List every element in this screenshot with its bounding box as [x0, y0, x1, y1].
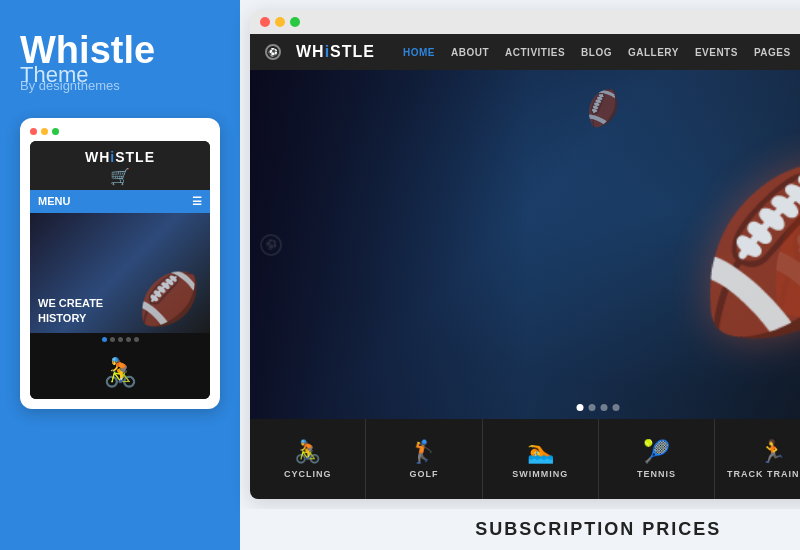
mobile-hero: WE CREATEHISTORY 🏈: [30, 213, 210, 333]
sport-tennis[interactable]: 🎾 TENNIS: [599, 419, 715, 499]
mobile-titlebar-dots: [30, 128, 210, 135]
browser-dot-yellow: [275, 17, 285, 27]
sport-track[interactable]: 🏃 TRACK TRAINING: [715, 419, 800, 499]
nav-links: HOME ABOUT ACTIVITIES BLOG GALLERY EVENT…: [395, 44, 800, 60]
golf-label: GOLF: [409, 469, 438, 479]
nav-activities[interactable]: ACTIVITIES: [497, 47, 573, 58]
mobile-dot-nav-2: [110, 337, 115, 342]
hero-dot-1: [577, 404, 584, 411]
mobile-dot-nav-1: [102, 337, 107, 342]
mobile-hero-text: WE CREATEHISTORY: [30, 288, 111, 333]
hero-player: 🏈: [697, 80, 800, 419]
sport-cycling[interactable]: 🚴 CYCLING: [250, 419, 366, 499]
browser-titlebar: [250, 10, 800, 34]
hero-dot-2: [589, 404, 596, 411]
app-byline: By designthemes: [20, 78, 220, 93]
site-hero: ⚽ 🏈 🏈 🏈: [250, 70, 800, 419]
track-icon: 🏃: [759, 439, 786, 465]
sport-swimming[interactable]: 🏊 SWIMMING: [483, 419, 599, 499]
sport-categories: 🚴 CYCLING 🏌 GOLF 🏊 SWIMMING 🎾 TENNIS 🏃 T…: [250, 419, 800, 499]
subscription-section: SUBSCRIPTION PRICES: [240, 509, 800, 550]
mobile-dots-nav: [30, 333, 210, 346]
subscription-title: SUBSCRIPTION PRICES: [255, 519, 800, 540]
nav-gallery[interactable]: GALLERY: [620, 47, 687, 58]
left-panel: Whistle Theme By designthemes WHiSTLE 🛒 …: [0, 0, 240, 550]
right-panel: ⚽ WHiSTLE HOME ABOUT ACTIVITIES BLOG GAL…: [240, 0, 800, 550]
mobile-cart-icon: 🛒: [34, 167, 206, 186]
mobile-hamburger-icon: ☰: [192, 195, 202, 208]
track-label: TRACK TRAINING: [727, 469, 800, 479]
hero-dots-nav: [577, 404, 620, 411]
mobile-dot-nav-5: [134, 337, 139, 342]
browser-dot-red: [260, 17, 270, 27]
mobile-dot-nav-3: [118, 337, 123, 342]
sport-golf[interactable]: 🏌 GOLF: [366, 419, 482, 499]
mobile-mockup: WHiSTLE 🛒 MENU ☰ WE CREATEHISTORY 🏈 🚴: [20, 118, 220, 409]
nav-home[interactable]: HOME: [395, 47, 443, 58]
nav-events[interactable]: EVENTS: [687, 47, 746, 58]
site-nav: ⚽ WHiSTLE HOME ABOUT ACTIVITIES BLOG GAL…: [250, 34, 800, 70]
mobile-cycling-icon: 🚴: [103, 357, 138, 388]
browser-mockup: ⚽ WHiSTLE HOME ABOUT ACTIVITIES BLOG GAL…: [250, 10, 800, 499]
tennis-icon: 🎾: [643, 439, 670, 465]
mobile-dot-red: [30, 128, 37, 135]
mobile-logo: WHiSTLE: [34, 149, 206, 165]
cycling-icon: 🚴: [294, 439, 321, 465]
hero-dot-4: [613, 404, 620, 411]
hero-dot-3: [601, 404, 608, 411]
mobile-dot-nav-4: [126, 337, 131, 342]
mobile-dot-green: [52, 128, 59, 135]
nav-about[interactable]: ABOUT: [443, 47, 497, 58]
mobile-cycling-area: 🚴: [30, 346, 210, 399]
mobile-menu-label: MENU: [38, 195, 70, 207]
swimming-label: SWIMMING: [512, 469, 568, 479]
site-logo: WHiSTLE: [296, 43, 375, 61]
mobile-menu-bar[interactable]: MENU ☰: [30, 190, 210, 213]
mobile-dot-yellow: [41, 128, 48, 135]
cycling-label: CYCLING: [284, 469, 332, 479]
mobile-header: WHiSTLE 🛒: [30, 141, 210, 190]
nav-soccer-icon: ⚽: [265, 44, 281, 60]
nav-blog[interactable]: BLOG: [573, 47, 620, 58]
browser-dot-green: [290, 17, 300, 27]
nav-pages[interactable]: PAGES: [746, 47, 799, 58]
tennis-label: TENNIS: [637, 469, 676, 479]
swimming-icon: 🏊: [527, 439, 554, 465]
mobile-football-player: 🏈: [138, 270, 200, 328]
golf-icon: 🏌: [410, 439, 437, 465]
mobile-screen: WHiSTLE 🛒 MENU ☰ WE CREATEHISTORY 🏈 🚴: [30, 141, 210, 399]
